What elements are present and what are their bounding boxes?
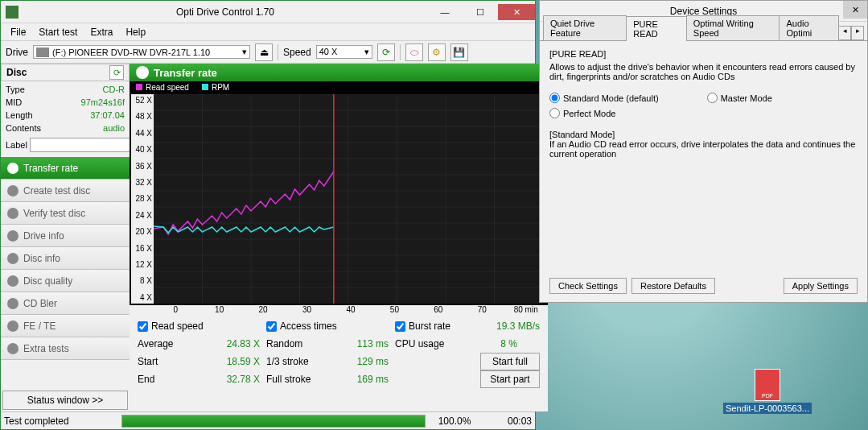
- rpm-swatch: [202, 84, 208, 90]
- eject-button[interactable]: ⏏: [255, 43, 273, 61]
- read-speed-swatch: [136, 84, 142, 90]
- nav-item-extra-tests[interactable]: Extra tests: [1, 337, 130, 360]
- check-settings-button[interactable]: Check Settings: [549, 278, 627, 294]
- progress-percent: 100.0%: [430, 416, 479, 427]
- minimize-button[interactable]: —: [427, 4, 463, 20]
- read-speed-checkbox[interactable]: [138, 321, 148, 332]
- tab-scroll-left-button[interactable]: ◂: [838, 26, 851, 40]
- dialog-tabs: Quiet Drive Feature PURE READ Optimal Wr…: [540, 22, 867, 41]
- statusbar: Test completed 100.0% 00:03: [1, 411, 535, 429]
- disc-header: Disc ⟳: [1, 64, 130, 81]
- nav-item-disc-quality[interactable]: Disc quality: [1, 270, 130, 292]
- apply-settings-button[interactable]: Apply Settings: [784, 278, 858, 294]
- titlebar: Opti Drive Control 1.70 — ☐ ✕: [1, 1, 535, 23]
- tab-quiet-drive[interactable]: Quiet Drive Feature: [543, 15, 627, 40]
- x-axis: 01020304050607080 min: [130, 305, 548, 314]
- dialog-close-button[interactable]: ✕: [843, 1, 867, 19]
- nav-item-disc-info[interactable]: Disc info: [1, 247, 130, 270]
- tab-audio-optimi[interactable]: Audio Optimi: [779, 15, 839, 40]
- disc-info: TypeCD-R MID97m24s16f Length37:07.04 Con…: [1, 81, 130, 155]
- nav-item-drive-info[interactable]: Drive info: [1, 225, 130, 247]
- close-button[interactable]: ✕: [498, 4, 535, 20]
- burst-rate-checkbox[interactable]: [395, 321, 405, 332]
- status-window-button[interactable]: Status window >>: [2, 391, 128, 410]
- app-window: Opti Drive Control 1.70 — ☐ ✕ File Start…: [0, 0, 536, 430]
- metrics: Read speed Access times Burst rate19.3 M…: [130, 314, 548, 391]
- transfer-rate-icon: [136, 66, 149, 79]
- toolbar: Drive (F:) PIONEER DVD-RW DVR-217L 1.10 …: [1, 41, 535, 64]
- progress-time: 00:03: [483, 416, 532, 427]
- speed-select[interactable]: 40 X ▾: [316, 45, 372, 59]
- save-button[interactable]: 💾: [450, 43, 468, 61]
- menu-help[interactable]: Help: [119, 25, 152, 39]
- chart-legend: Read speed RPM: [130, 81, 548, 93]
- dialog-body: [PURE READ] Allows to adjust the drive's…: [540, 41, 867, 167]
- menubar: File Start test Extra Help: [1, 23, 535, 41]
- disc-refresh-button[interactable]: ⟳: [109, 65, 124, 80]
- restore-defaults-button[interactable]: Restore Defaults: [631, 278, 715, 294]
- app-title: Opti Drive Control 1.70: [23, 6, 427, 18]
- sidebar: Disc ⟳ TypeCD-R MID97m24s16f Length37:07…: [1, 64, 130, 411]
- pdf-icon: [755, 369, 780, 401]
- nav-item-transfer-rate[interactable]: Transfer rate: [1, 157, 130, 180]
- maximize-button[interactable]: ☐: [463, 4, 498, 20]
- nav-item-cd-bler[interactable]: CD Bler: [1, 292, 130, 315]
- label-input[interactable]: [30, 138, 146, 152]
- nav-item-create-test-disc[interactable]: Create test disc: [1, 180, 130, 202]
- nav-item-fe-te[interactable]: FE / TE: [1, 315, 130, 337]
- access-times-checkbox[interactable]: [266, 321, 277, 332]
- tab-pure-read[interactable]: PURE READ: [626, 16, 687, 41]
- desktop-pdf-file[interactable]: Sendit-LP-0003563...: [723, 369, 812, 414]
- menu-start-test[interactable]: Start test: [32, 25, 84, 39]
- nav-list: Transfer rateCreate test discVerify test…: [1, 157, 130, 360]
- app-icon: [6, 6, 19, 19]
- options-button[interactable]: ⚙: [428, 43, 446, 61]
- radio-standard-mode[interactable]: Standard Mode (default): [549, 93, 659, 103]
- nav-item-verify-test-disc[interactable]: Verify test disc: [1, 202, 130, 225]
- start-part-button[interactable]: Start part: [480, 370, 540, 388]
- drive-label: Drive: [6, 47, 28, 58]
- refresh-speed-button[interactable]: ⟳: [377, 43, 395, 61]
- menu-extra[interactable]: Extra: [84, 25, 119, 39]
- device-settings-dialog: Device Settings ✕ Quiet Drive Feature PU…: [539, 0, 868, 303]
- status-text: Test completed: [4, 416, 117, 427]
- start-full-button[interactable]: Start full: [480, 353, 540, 370]
- chart: [154, 94, 543, 304]
- tab-scroll-right-button[interactable]: ▸: [851, 26, 864, 40]
- radio-master-mode[interactable]: Master Mode: [707, 93, 772, 103]
- speed-label: Speed: [283, 47, 311, 58]
- drive-icon: [36, 48, 49, 57]
- content: Transfer rate Read speed RPM 52 X48 X44 …: [130, 64, 548, 411]
- radio-perfect-mode[interactable]: Perfect Mode: [549, 108, 615, 118]
- erase-button[interactable]: ⬭: [405, 43, 423, 61]
- menu-file[interactable]: File: [4, 25, 32, 39]
- tab-optimal-writing[interactable]: Optimal Writing Speed: [686, 15, 780, 40]
- progress-bar: [121, 415, 426, 428]
- y-axis: 52 X48 X44 X40 X36 X32 X28 X24 X20 X16 X…: [131, 94, 154, 304]
- content-header: Transfer rate: [130, 64, 548, 81]
- drive-select[interactable]: (F:) PIONEER DVD-RW DVR-217L 1.10 ▾: [33, 45, 250, 59]
